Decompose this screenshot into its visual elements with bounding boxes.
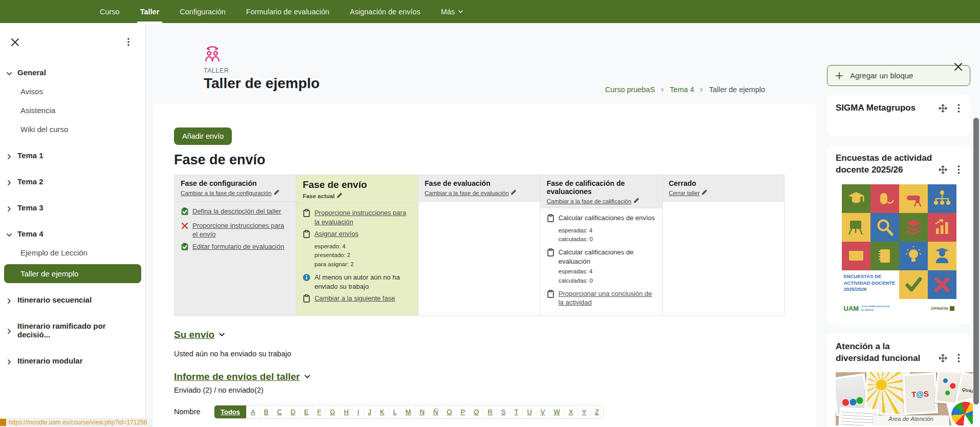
filter-letter-F[interactable]: F xyxy=(313,405,326,418)
phase-switch-link[interactable]: Cambiar a la fase de calificación xyxy=(547,198,631,204)
task-link[interactable]: Proporcione instrucciones para el envío xyxy=(192,221,290,239)
your-submission-heading[interactable]: Su envío xyxy=(174,329,225,340)
kebab-menu-icon[interactable] xyxy=(123,36,134,48)
filter-letter-A[interactable]: A xyxy=(247,405,260,418)
filter-letter-T[interactable]: T xyxy=(510,405,523,418)
filter-letter-O[interactable]: O xyxy=(443,405,456,418)
chevron-right-icon[interactable] xyxy=(6,358,12,364)
task-link[interactable]: Proporcionar una conclusión de la activi… xyxy=(558,289,656,307)
filter-letter-D[interactable]: D xyxy=(287,405,300,418)
chevron-down-icon[interactable] xyxy=(6,231,12,237)
filter-letter-E[interactable]: E xyxy=(300,405,313,418)
filter-letter-N[interactable]: N xyxy=(416,405,429,418)
sidebar-item-general[interactable]: General xyxy=(0,63,145,82)
notebook-tile-icon xyxy=(870,242,899,270)
chevron-right-icon[interactable] xyxy=(6,327,12,333)
phase-heading: Fase de envío xyxy=(174,152,795,168)
chevron-right-icon[interactable] xyxy=(6,153,12,159)
phase-switch-link[interactable]: Cambiar a la fase de configuración xyxy=(181,190,272,196)
filter-letter-G[interactable]: G xyxy=(326,405,340,418)
sidebar-item-avisos[interactable]: Avisos xyxy=(0,82,145,101)
chevron-right-icon[interactable] xyxy=(6,179,12,185)
filter-letter-S[interactable]: S xyxy=(497,405,510,418)
pencil-icon[interactable] xyxy=(336,192,343,200)
sidebar-item-itinerario-modular[interactable]: Itinerario modular xyxy=(0,351,145,370)
filter-letter-M[interactable]: M xyxy=(401,405,416,418)
move-block-icon[interactable] xyxy=(939,104,947,113)
nav-tab-formulario-de-evaluaci-n[interactable]: Formulario de evaluación xyxy=(236,0,340,23)
filter-letter-L[interactable]: L xyxy=(389,405,401,418)
diversity-collage-image[interactable]: T@S QUALITY Área de Atención xyxy=(836,372,973,425)
sidebar-item-asistencia[interactable]: Asistencia xyxy=(0,101,145,120)
submissions-report-heading[interactable]: Informe de envíos del taller xyxy=(174,371,311,382)
sidebar-item-tema-2[interactable]: Tema 2 xyxy=(0,172,145,191)
filter-label: Nombre xyxy=(174,408,207,416)
phase-tasks: Calcular calificaciones de envíosesperad… xyxy=(540,208,662,315)
close-blocks-drawer-icon[interactable] xyxy=(952,61,964,72)
filter-letter-J[interactable]: J xyxy=(364,405,376,418)
filter-letter-Ñ[interactable]: Ñ xyxy=(429,405,443,418)
phase-title: Fase de envío xyxy=(302,179,411,190)
nav-tab-m-s[interactable]: Más xyxy=(430,0,473,23)
filter-all-button[interactable]: Todos xyxy=(214,405,247,418)
filter-letter-W[interactable]: W xyxy=(550,405,564,418)
filter-letter-V[interactable]: V xyxy=(536,405,550,418)
sidebar-item-wiki-del-curso[interactable]: Wiki del curso xyxy=(0,120,145,139)
chevron-right-icon[interactable] xyxy=(6,297,12,303)
sidebar-item-ejemplo-de-lección[interactable]: Ejemplo de Lección xyxy=(0,243,145,262)
filter-letter-R[interactable]: R xyxy=(484,405,497,418)
nav-tab-configuraci-n[interactable]: Configuración xyxy=(169,0,235,23)
task-link[interactable]: Editar formulario de evaluación xyxy=(192,242,284,253)
task-link[interactable]: Proporcione instrucciones para la evalua… xyxy=(314,208,411,226)
sidebar-item-tema-1[interactable]: Tema 1 xyxy=(0,146,145,165)
filter-letter-Y[interactable]: Y xyxy=(578,405,591,418)
nav-tab-curso[interactable]: Curso xyxy=(90,0,130,23)
filter-letter-Q[interactable]: Q xyxy=(470,405,484,418)
move-block-icon[interactable] xyxy=(939,354,947,362)
filter-letter-P[interactable]: P xyxy=(456,405,470,418)
filter-letter-X[interactable]: X xyxy=(564,405,578,418)
phase-switch-link[interactable]: Cambiar a la fase de evaluación xyxy=(425,190,509,196)
task-link[interactable]: Defina la descripción del taller xyxy=(192,207,281,218)
clipboard-icon xyxy=(547,289,555,307)
filter-letter-U[interactable]: U xyxy=(523,405,536,418)
nav-tab-taller[interactable]: Taller xyxy=(130,0,170,23)
block-kebab-icon[interactable] xyxy=(954,354,963,362)
nav-tab-asignaci-n-de-env-os[interactable]: Asignación de envíos xyxy=(340,0,431,23)
pencil-icon[interactable] xyxy=(510,189,517,197)
breadcrumb-link[interactable]: Curso pruebaS xyxy=(605,86,655,94)
close-drawer-icon[interactable] xyxy=(9,36,20,48)
add-submission-button[interactable]: Añadir envío xyxy=(174,127,232,145)
move-block-icon[interactable] xyxy=(939,165,947,174)
phase-current-label: Fase actual xyxy=(302,193,335,199)
sidebar-item-tema-4[interactable]: Tema 4 xyxy=(0,224,145,243)
pencil-icon[interactable] xyxy=(273,189,280,197)
filter-letter-C[interactable]: C xyxy=(273,405,286,418)
block-kebab-icon[interactable] xyxy=(954,104,963,113)
breadcrumb-link[interactable]: Tema 4 xyxy=(670,86,694,94)
chevron-right-icon[interactable] xyxy=(6,205,12,211)
check-icon xyxy=(181,207,189,218)
encuestas-banner-image[interactable]: Encuestas de actividad docente 2025/2026… xyxy=(842,184,956,315)
sidebar-item-taller-de-ejemplo[interactable]: Taller de ejemplo xyxy=(4,264,141,283)
filter-letter-B[interactable]: B xyxy=(260,405,273,418)
chevron-down-icon[interactable] xyxy=(6,70,12,76)
phase-switch-link[interactable]: Cerrar taller xyxy=(669,190,700,196)
sidebar-item-tema-3[interactable]: Tema 3 xyxy=(0,198,145,217)
sidebar-item-itinerario-ramificado-por-decisió-[interactable]: Itinerario ramificado por decisió... xyxy=(0,316,145,344)
scrollbar-thumb[interactable] xyxy=(973,118,979,404)
phase-task: Calcular calificaciones de evaluación xyxy=(547,248,656,266)
report-summary: Enviado (2) / no enviado(2) xyxy=(174,386,795,394)
phase-task: Calcular calificaciones de envíos xyxy=(547,214,656,225)
filter-letter-I[interactable]: I xyxy=(353,405,364,418)
sidebar-item-itinerario-secuencial[interactable]: Itinerario secuencial xyxy=(0,290,145,309)
pencil-icon[interactable] xyxy=(701,189,708,197)
filter-letter-H[interactable]: H xyxy=(340,405,353,418)
task-link[interactable]: Asignar envíos xyxy=(314,229,358,241)
block-kebab-icon[interactable] xyxy=(954,165,963,174)
filter-letter-K[interactable]: K xyxy=(376,405,389,418)
add-block-button[interactable]: Agregar un bloque xyxy=(827,65,970,86)
filter-letter-Z[interactable]: Z xyxy=(591,405,603,418)
task-link[interactable]: Cambiar a la siguiente fase xyxy=(314,294,395,305)
pencil-icon[interactable] xyxy=(633,197,640,205)
